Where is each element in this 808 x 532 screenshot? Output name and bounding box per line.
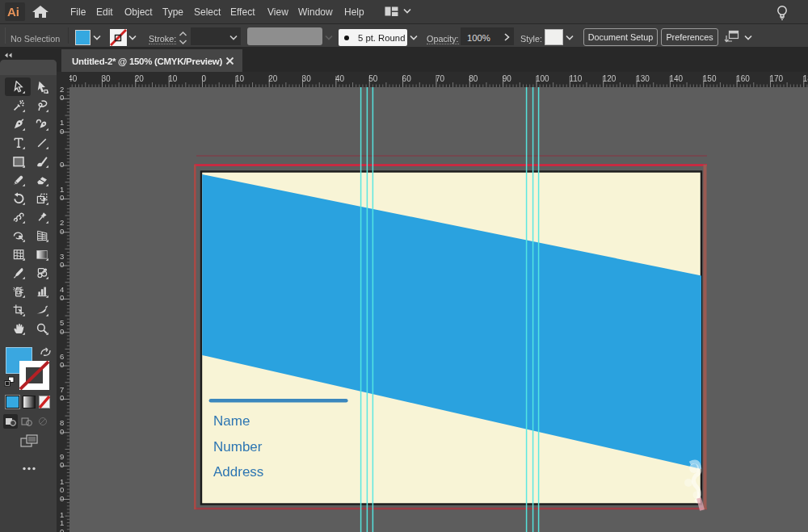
svg-text:0: 0 [60,460,64,469]
svg-text:20: 20 [268,74,278,83]
svg-text:70: 70 [436,74,445,83]
svg-text:0: 0 [60,527,64,532]
svg-text:130: 130 [636,74,650,83]
svg-text:140: 140 [669,74,683,83]
svg-text:120: 120 [603,74,617,83]
svg-text:2: 2 [60,218,64,227]
svg-text:0: 0 [60,127,64,136]
svg-text:50: 50 [368,74,378,83]
svg-text:0: 0 [60,393,64,402]
svg-text:0: 0 [60,293,64,302]
svg-text:0: 0 [60,485,64,494]
svg-text:180: 180 [803,74,808,83]
svg-text:1: 1 [60,510,64,519]
svg-text:0: 0 [60,193,64,202]
svg-text:40: 40 [335,74,345,83]
svg-text:1: 1 [60,518,64,527]
svg-text:9: 9 [60,452,64,461]
svg-text:8: 8 [60,418,64,427]
svg-text:90: 90 [503,74,512,83]
svg-text:30: 30 [101,74,111,83]
svg-text:110: 110 [569,74,582,83]
svg-text:4: 4 [60,285,64,294]
svg-text:1: 1 [60,185,64,194]
svg-text:10: 10 [168,74,178,83]
svg-text:0: 0 [60,327,64,336]
svg-text:40: 40 [69,74,78,83]
svg-text:60: 60 [402,74,412,83]
svg-text:30: 30 [302,74,312,83]
svg-text:1: 1 [60,477,64,486]
svg-text:3: 3 [60,252,64,261]
svg-text:0: 0 [60,360,64,369]
svg-text:0: 0 [60,227,64,236]
svg-text:1: 1 [60,118,64,127]
svg-text:20: 20 [135,74,145,83]
svg-text:6: 6 [60,352,64,361]
svg-text:0: 0 [202,74,207,83]
svg-text:5: 5 [60,318,64,327]
svg-text:80: 80 [469,74,478,83]
svg-text:160: 160 [736,74,750,83]
svg-text:0: 0 [60,160,64,169]
svg-text:0: 0 [60,260,64,269]
svg-text:170: 170 [770,74,784,83]
svg-text:0: 0 [60,93,64,102]
svg-text:10: 10 [235,74,245,83]
svg-text:0: 0 [60,494,64,503]
svg-text:7: 7 [60,385,64,394]
svg-text:0: 0 [60,427,64,436]
svg-text:100: 100 [536,74,549,83]
svg-text:150: 150 [703,74,717,83]
